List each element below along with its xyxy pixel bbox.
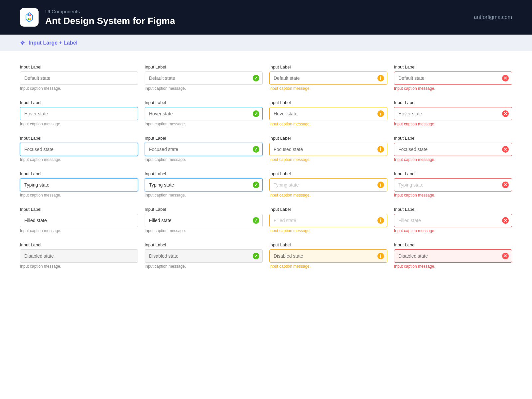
input-group: Input Label✓Input caption message.: [145, 136, 263, 162]
input-wrapper: [20, 249, 138, 263]
logo-box: [20, 8, 39, 27]
input-caption: Input caption message.: [269, 228, 387, 233]
input-field-disabled[interactable]: [145, 249, 263, 263]
input-field-disabled[interactable]: [20, 249, 138, 263]
input-group: Input Label✕Input caption message.: [394, 242, 512, 269]
input-field-disabled[interactable]: [394, 249, 512, 263]
input-wrapper: ✕: [394, 214, 512, 227]
input-field-filled[interactable]: [394, 214, 512, 227]
input-label: Input Label: [269, 100, 387, 105]
input-caption: Input caption message.: [20, 86, 138, 91]
input-group: Input Label✓Input caption message.: [145, 100, 263, 126]
input-label: Input Label: [269, 136, 387, 141]
input-field-disabled[interactable]: [269, 249, 387, 263]
input-group: Input Label✓Input caption message.: [145, 65, 263, 91]
input-wrapper: ✕: [394, 178, 512, 192]
input-field-typing[interactable]: [269, 178, 387, 192]
input-field-focused[interactable]: [269, 143, 387, 156]
input-label: Input Label: [394, 100, 512, 105]
input-caption: Input caption message.: [20, 193, 138, 198]
input-caption: Input caption message.: [20, 228, 138, 233]
input-column-success: Input Label✓Input caption message.Input …: [145, 65, 263, 278]
success-icon: ✓: [253, 182, 259, 188]
input-group: Input LabelInput caption message.: [20, 207, 138, 233]
input-field-filled[interactable]: [20, 214, 138, 227]
input-group: Input LabelInput caption message.: [20, 171, 138, 198]
header-text: UI Components Ant Design System for Figm…: [45, 9, 175, 26]
error-icon: ✕: [502, 253, 509, 259]
header-subtitle: UI Components: [45, 9, 175, 14]
input-label: Input Label: [20, 207, 138, 212]
error-icon: ✕: [502, 110, 509, 117]
input-label: Input Label: [145, 242, 263, 247]
input-field-focused[interactable]: [394, 143, 512, 156]
input-caption: Input caption message.: [145, 122, 263, 126]
input-wrapper: i: [269, 143, 387, 156]
input-caption: Input caption message.: [269, 264, 387, 269]
input-wrapper: ✓: [145, 178, 263, 192]
input-field-focused[interactable]: [145, 143, 263, 156]
section-icon: ❖: [20, 39, 25, 47]
input-group: Input LabelInput caption message.: [20, 242, 138, 269]
input-group: Input Label✓Input caption message.: [145, 242, 263, 269]
input-field-default[interactable]: [269, 71, 387, 85]
input-column-warning: Input LabeliInput caption message.Input …: [269, 65, 387, 278]
input-field-typing[interactable]: [145, 178, 263, 192]
input-group: Input Label✕Input caption message.: [394, 100, 512, 126]
input-group: Input Label✕Input caption message.: [394, 65, 512, 91]
input-label: Input Label: [145, 65, 263, 69]
input-caption: Input caption message.: [269, 86, 387, 91]
error-icon: ✕: [502, 182, 509, 188]
error-icon: ✕: [502, 217, 509, 224]
input-field-default[interactable]: [20, 71, 138, 85]
input-wrapper: [20, 107, 138, 120]
input-label: Input Label: [20, 171, 138, 176]
input-label: Input Label: [145, 136, 263, 141]
input-field-hover[interactable]: [269, 107, 387, 120]
input-caption: Input caption message.: [394, 122, 512, 126]
input-field-hover[interactable]: [394, 107, 512, 120]
section-title: Input Large + Label: [29, 40, 77, 46]
input-label: Input Label: [269, 65, 387, 69]
input-field-typing[interactable]: [20, 178, 138, 192]
logo-icon: [23, 11, 35, 23]
warning-icon: i: [377, 110, 384, 117]
success-icon: ✓: [253, 146, 259, 153]
input-caption: Input caption message.: [394, 86, 512, 91]
header-title: Ant Design System for Figma: [45, 16, 175, 26]
header: UI Components Ant Design System for Figm…: [0, 0, 532, 35]
input-caption: Input caption message.: [145, 228, 263, 233]
input-field-hover[interactable]: [20, 107, 138, 120]
warning-icon: i: [377, 146, 384, 153]
input-label: Input Label: [145, 207, 263, 212]
input-label: Input Label: [20, 65, 138, 69]
input-field-hover[interactable]: [145, 107, 263, 120]
input-wrapper: i: [269, 249, 387, 263]
input-field-typing[interactable]: [394, 178, 512, 192]
input-field-filled[interactable]: [269, 214, 387, 227]
input-group: Input Label✕Input caption message.: [394, 171, 512, 198]
input-group: Input LabeliInput caption message.: [269, 207, 387, 233]
input-column-error: Input Label✕Input caption message.Input …: [394, 65, 512, 278]
input-label: Input Label: [394, 242, 512, 247]
input-field-filled[interactable]: [145, 214, 263, 227]
input-group: Input LabelInput caption message.: [20, 100, 138, 126]
success-icon: ✓: [253, 217, 259, 224]
input-caption: Input caption message.: [20, 264, 138, 269]
input-label: Input Label: [20, 242, 138, 247]
error-icon: ✕: [502, 146, 509, 153]
input-group: Input Label✕Input caption message.: [394, 136, 512, 162]
input-caption: Input caption message.: [269, 193, 387, 198]
input-wrapper: i: [269, 214, 387, 227]
success-icon: ✓: [253, 110, 259, 117]
input-caption: Input caption message.: [20, 157, 138, 162]
input-label: Input Label: [269, 242, 387, 247]
input-label: Input Label: [145, 171, 263, 176]
input-field-default[interactable]: [394, 71, 512, 85]
input-field-focused[interactable]: [20, 143, 138, 156]
warning-icon: i: [377, 253, 384, 259]
input-group: Input LabeliInput caption message.: [269, 100, 387, 126]
input-field-default[interactable]: [145, 71, 263, 85]
input-label: Input Label: [394, 207, 512, 212]
input-wrapper: ✕: [394, 71, 512, 85]
